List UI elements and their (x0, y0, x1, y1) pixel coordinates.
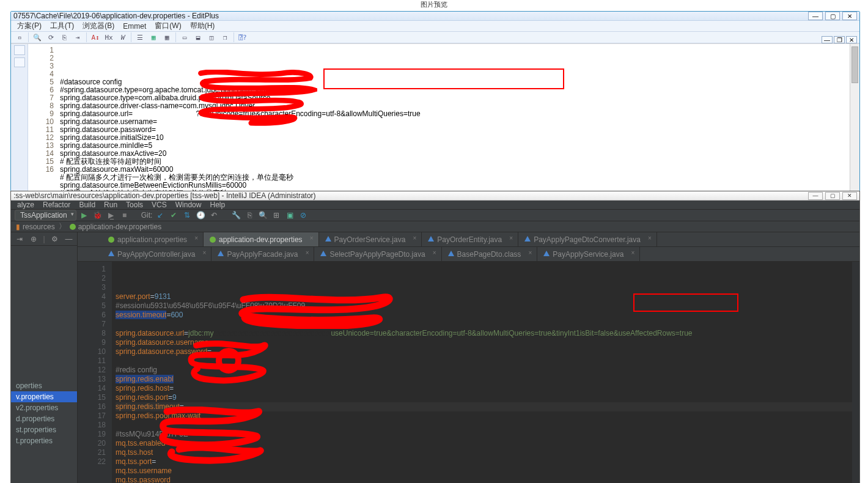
project-file-item[interactable]: operties (11, 380, 77, 391)
editor-tab[interactable]: PayOrderEntity.java× (422, 232, 518, 246)
git-history-icon[interactable]: 🕘 (195, 210, 206, 221)
menu-item[interactable]: 窗口(W) (155, 21, 181, 31)
help-icon[interactable]: ⍰? (237, 32, 249, 43)
locate-icon[interactable]: ⊕ (29, 234, 38, 245)
build-icon[interactable]: 🔧 (230, 210, 241, 221)
minimize-button[interactable]: — (808, 12, 823, 20)
intellij-titlebar[interactable]: :ss-web\src\main\resources\application-d… (11, 191, 859, 201)
grid2-icon[interactable]: ▦ (161, 32, 173, 43)
tab-close-icon[interactable]: × (194, 235, 198, 242)
gear-icon[interactable]: ⚙ (50, 234, 59, 245)
copy-icon[interactable]: ⎘ (58, 32, 70, 43)
editplus-titlebar[interactable]: 07557\Cache\File\2019-06\application-dev… (11, 12, 859, 21)
menu-item[interactable]: alyze (17, 201, 34, 209)
menu-item[interactable]: Emmet (123, 22, 146, 31)
search-icon[interactable]: 🔍 (31, 32, 43, 43)
project-file-item[interactable]: t.properties (11, 435, 77, 446)
menu-item[interactable]: Refactor (43, 201, 70, 209)
tab-label: PayApplyPageDtoConverter.java (534, 235, 641, 244)
cascade-icon[interactable]: ❐ (219, 32, 231, 43)
editor-tab[interactable]: BasePageDto.class× (442, 247, 538, 261)
refresh-icon[interactable]: ⟳ (45, 32, 57, 43)
menu-item[interactable]: Tools (126, 201, 143, 209)
run-config-dropdown[interactable]: TssApplication (15, 210, 76, 221)
crumb-resources[interactable]: ▮resources (16, 223, 55, 231)
sync-icon[interactable]: ⎘ (244, 210, 255, 221)
project-file-item[interactable]: v.properties (11, 391, 77, 402)
font-icon[interactable]: A↕ (89, 32, 101, 43)
editor-tab[interactable]: SelectPayApplyPageDto.java× (314, 247, 441, 261)
scrollbar-thumb[interactable] (851, 46, 858, 83)
editor-tab[interactable]: application-dev.properties× (204, 232, 319, 246)
collapse-icon[interactable]: ⇥ (15, 234, 24, 245)
menu-item[interactable]: 浏览器(B) (83, 21, 114, 31)
wordwrap-icon[interactable]: W (116, 32, 128, 43)
structure-icon[interactable]: ⊞ (271, 210, 282, 221)
hide-icon[interactable]: — (64, 234, 73, 245)
search-icon[interactable]: 🔍 (257, 210, 268, 221)
tab-label: PayOrderService.java (334, 235, 406, 244)
side-doc-icon[interactable] (14, 45, 25, 55)
tile-v-icon[interactable]: ◫ (205, 32, 218, 43)
menu-item[interactable]: Build (79, 201, 95, 209)
tab-close-icon[interactable]: × (509, 235, 513, 242)
intellij-right-gutter (852, 262, 859, 483)
git-commit-icon[interactable]: ✔ (168, 210, 179, 221)
tab-close-icon[interactable]: × (203, 249, 207, 256)
tab-close-icon[interactable]: × (310, 235, 314, 242)
tab-close-icon[interactable]: × (306, 249, 309, 256)
tab-close-icon[interactable]: × (433, 249, 436, 256)
intellij-editor[interactable]: 12345678910111213141516171819202122 serv… (78, 262, 859, 483)
menu-item[interactable]: Help (210, 201, 225, 209)
new-file-icon[interactable]: ▫ (13, 32, 26, 43)
mdi-min-icon[interactable]: — (822, 36, 833, 43)
git-revert-icon[interactable]: ↶ (208, 210, 219, 221)
editor-tab[interactable]: PayApplyService.java× (537, 247, 640, 261)
menu-item[interactable]: VCS (152, 201, 167, 209)
close-button[interactable]: ✕ (842, 192, 857, 200)
git-compare-icon[interactable]: ⇅ (182, 210, 193, 221)
run-icon[interactable]: ▶ (79, 210, 90, 221)
side-folder-icon[interactable] (14, 57, 25, 67)
mdi-restore-icon[interactable]: ❐ (834, 36, 845, 43)
editor-tab[interactable]: PayApplyPageDtoConverter.java× (518, 232, 657, 246)
menu-item[interactable]: 方案(P) (17, 21, 42, 31)
tab-close-icon[interactable]: × (631, 249, 635, 256)
maximize-button[interactable]: ▢ (825, 192, 840, 200)
editplus-scrollbar[interactable] (850, 44, 859, 205)
editor-tab[interactable]: PayApplyFacade.java× (211, 247, 314, 261)
list-icon[interactable]: ☰ (134, 32, 146, 43)
indent-icon[interactable]: ⇥ (72, 32, 84, 43)
debug-icon[interactable]: 🐞 (92, 210, 103, 221)
preview-icon[interactable]: ▣ (284, 210, 295, 221)
intellij-code[interactable]: server.port=9131#session\u5931\u6548\u65… (112, 262, 852, 483)
tab-close-icon[interactable]: × (528, 249, 532, 256)
stop-icon[interactable]: ■ (119, 210, 130, 221)
editor-tab[interactable]: PayApplyController.java× (102, 247, 211, 261)
close-button[interactable]: ✕ (842, 12, 857, 20)
hex-icon[interactable]: Hx (103, 32, 115, 43)
menu-item[interactable]: 帮助(H) (190, 21, 215, 31)
project-file-item[interactable]: v2.properties (11, 402, 77, 413)
grid-icon[interactable]: ▦ (147, 32, 160, 43)
tab-close-icon[interactable]: × (648, 235, 652, 242)
mdi-close-icon[interactable]: ✕ (846, 36, 857, 43)
menu-item[interactable]: Window (175, 201, 202, 209)
editplus-editor[interactable]: 12345678910111213141516 #datasource conf… (28, 44, 859, 205)
tab-close-icon[interactable]: × (413, 235, 416, 242)
window-icon[interactable]: ▭ (178, 32, 191, 43)
disable-icon[interactable]: ⊘ (298, 210, 309, 221)
maximize-button[interactable]: ▢ (825, 12, 840, 20)
tile-h-icon[interactable]: ⬓ (192, 32, 204, 43)
project-file-item[interactable]: st.properties (11, 424, 77, 435)
crumb-file[interactable]: application-dev.properties (70, 223, 162, 231)
minimize-button[interactable]: — (808, 192, 823, 200)
editplus-code[interactable]: #datasource config#spring.datasource.typ… (57, 44, 850, 205)
editor-tab[interactable]: PayOrderService.java× (319, 232, 422, 246)
coverage-icon[interactable]: ▶̲ (106, 210, 117, 221)
project-file-item[interactable]: d.properties (11, 413, 77, 424)
git-update-icon[interactable]: ↙ (155, 210, 166, 221)
editor-tab[interactable]: application.properties× (102, 232, 204, 246)
menu-item[interactable]: 工具(T) (50, 21, 74, 31)
menu-item[interactable]: Run (104, 201, 117, 209)
